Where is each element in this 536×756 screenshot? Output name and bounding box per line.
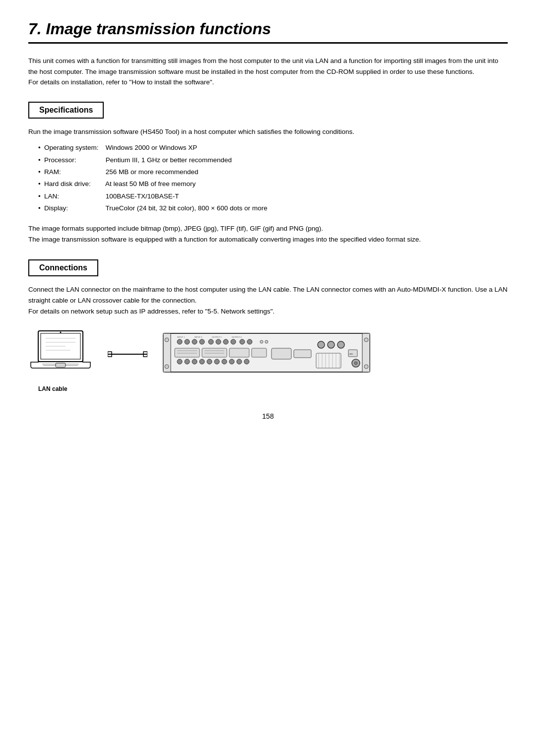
svg-rect-38 <box>229 348 249 357</box>
svg-rect-37 <box>202 348 227 357</box>
svg-point-31 <box>231 339 236 344</box>
svg-point-49 <box>214 359 219 364</box>
intro-text: This unit comes with a function for tran… <box>28 57 498 86</box>
svg-point-25 <box>185 339 190 344</box>
svg-point-48 <box>207 359 212 364</box>
laptop-diagram <box>28 328 93 379</box>
spec-item-lan: LAN: 100BASE-TX/10BASE-T <box>38 190 508 202</box>
svg-point-70 <box>354 362 357 365</box>
svg-text:INPUT 2: INPUT 2 <box>195 336 202 338</box>
svg-point-32 <box>240 339 245 344</box>
diagram-label-container: LAN cable <box>28 383 508 392</box>
svg-rect-39 <box>252 348 267 357</box>
spec-label-display: Display: <box>44 202 104 214</box>
svg-point-53 <box>244 359 249 364</box>
connections-section: Connections Connect the LAN connector on… <box>28 259 508 392</box>
intro-paragraph: This unit comes with a function for tran… <box>28 56 508 88</box>
svg-point-28 <box>208 339 213 344</box>
lan-cable-label: LAN cable <box>38 385 67 392</box>
svg-text:INPUT 1: INPUT 1 <box>177 336 185 338</box>
svg-point-50 <box>222 359 227 364</box>
specifications-footer: The image formats supported include bitm… <box>28 223 508 245</box>
svg-point-30 <box>223 339 228 344</box>
svg-point-19 <box>364 365 368 369</box>
svg-rect-54 <box>271 348 291 359</box>
svg-point-17 <box>165 365 169 369</box>
svg-point-52 <box>237 359 242 364</box>
svg-point-29 <box>216 339 221 344</box>
svg-point-47 <box>200 359 204 364</box>
spec-item-processor: Processor: Pentium III, 1 GHz or better … <box>38 154 508 166</box>
spec-value-display: TrueColor (24 bit, 32 bit color), 800 × … <box>106 204 268 212</box>
spec-list: Operating system: Windows 2000 or Window… <box>38 142 508 214</box>
spec-value-lan: 100BASE-TX/10BASE-T <box>106 192 179 200</box>
specifications-heading: Specifications <box>28 102 104 119</box>
spec-value-os: Windows 2000 or Windows XP <box>106 144 198 151</box>
footer-line2: The image transmission software is equip… <box>28 234 508 245</box>
svg-point-56 <box>318 341 325 348</box>
svg-point-51 <box>229 359 234 364</box>
svg-point-57 <box>328 341 335 348</box>
svg-text:OUTPUT 1: OUTPUT 1 <box>212 336 222 338</box>
svg-point-9 <box>60 332 62 333</box>
svg-point-44 <box>177 359 182 364</box>
svg-point-18 <box>364 338 368 342</box>
spec-label-lan: LAN: <box>44 190 104 202</box>
diagram-container: INPUT 1 INPUT 2 OUTPUT 1 OUTPUT 2 <box>28 328 508 379</box>
svg-text:OUTPUT 2: OUTPUT 2 <box>232 336 242 338</box>
svg-point-58 <box>337 341 344 348</box>
svg-point-27 <box>200 339 204 344</box>
page-number: 158 <box>28 412 508 420</box>
svg-point-46 <box>192 359 197 364</box>
svg-point-35 <box>265 340 268 343</box>
spec-value-ram: 256 MB or more recommended <box>106 168 199 176</box>
footer-line1: The image formats supported include bitm… <box>28 223 508 234</box>
specifications-section: Specifications Run the image transmissio… <box>28 102 508 245</box>
connections-heading: Connections <box>28 259 98 276</box>
spec-value-processor: Pentium III, 1 GHz or better recommended <box>106 156 232 164</box>
spec-item-hdd: Hard disk drive: At least 50 MB of free … <box>38 178 508 190</box>
svg-point-26 <box>192 339 197 344</box>
connections-text: Connect the LAN connector on the mainfra… <box>28 284 508 316</box>
page-title: 7. Image transmission functions <box>28 20 508 44</box>
svg-point-34 <box>260 340 263 343</box>
lan-cable-connector <box>108 329 147 379</box>
spec-label-hdd: Hard disk drive: <box>44 178 104 190</box>
spec-label-processor: Processor: <box>44 154 104 166</box>
svg-point-24 <box>177 339 182 344</box>
spec-value-hdd: At least 50 MB of free memory <box>105 180 196 188</box>
device-back-panel: INPUT 1 INPUT 2 OUTPUT 1 OUTPUT 2 <box>162 331 371 377</box>
spec-item-ram: RAM: 256 MB or more recommended <box>38 166 508 178</box>
svg-point-33 <box>247 339 252 344</box>
spec-label-ram: RAM: <box>44 166 104 178</box>
svg-rect-36 <box>175 348 200 357</box>
spec-label-os: Operating system: <box>44 142 104 154</box>
spec-item-os: Operating system: Windows 2000 or Window… <box>38 142 508 154</box>
svg-text:LAN: LAN <box>349 353 353 355</box>
svg-rect-55 <box>294 350 311 358</box>
specifications-intro: Run the image transmission software (HS4… <box>28 126 508 137</box>
svg-point-16 <box>165 338 169 342</box>
svg-point-45 <box>185 359 190 364</box>
spec-item-display: Display: TrueColor (24 bit, 32 bit color… <box>38 202 508 214</box>
svg-rect-4 <box>56 363 66 367</box>
